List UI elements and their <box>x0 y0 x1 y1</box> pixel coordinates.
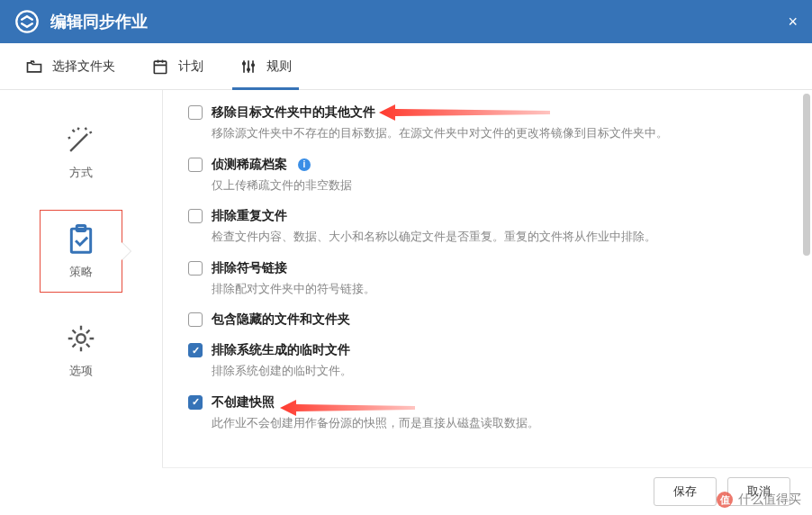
checkbox-dedup[interactable] <box>188 209 203 223</box>
checkbox-symlink[interactable] <box>188 261 203 276</box>
close-button[interactable]: × <box>788 13 798 32</box>
option-desc: 排除系统创建的临时文件。 <box>212 362 776 380</box>
folder-icon <box>25 58 43 76</box>
tab-label: 选择文件夹 <box>52 59 115 75</box>
option-symlink: 排除符号链接 排除配对文件夹中的符号链接。 <box>188 260 776 298</box>
sidebar-label: 选项 <box>69 363 93 379</box>
option-nosnapshot: 不创建快照 此作业不会创建用作备份源的快照，而是直接从磁盘读取数据。 <box>188 394 776 432</box>
sidebar-label: 策略 <box>69 264 93 280</box>
sidebar: 方式 策略 选项 <box>0 90 162 515</box>
option-tempfiles: 排除系统生成的临时文件 排除系统创建的临时文件。 <box>188 342 776 380</box>
option-desc: 移除源文件夹中不存在的目标数据。在源文件夹中对文件的更改将镜像到目标文件夹中。 <box>212 124 776 142</box>
option-hidden: 包含隐藏的文件和文件夹 <box>188 312 776 328</box>
option-remove-other: 移除目标文件夹中的其他文件 移除源文件夹中不存在的目标数据。在源文件夹中对文件的… <box>188 104 776 142</box>
tab-select-folder[interactable]: 选择文件夹 <box>22 43 119 90</box>
clipboard-check-icon <box>64 222 98 257</box>
titlebar: 编辑同步作业 × <box>0 0 812 43</box>
checkbox-remove-other[interactable] <box>188 105 203 120</box>
sidebar-label: 方式 <box>69 165 93 181</box>
sliders-icon <box>239 58 257 76</box>
checkbox-sparse[interactable] <box>188 158 203 172</box>
footer: 保存 取消 <box>162 467 812 515</box>
option-sparse: 侦测稀疏档案 i 仅上传稀疏文件的非空数据 <box>188 157 776 194</box>
option-label: 移除目标文件夹中的其他文件 <box>212 104 375 121</box>
option-desc: 检查文件内容、数据、大小和名称以确定文件是否重复。重复的文件将从作业中排除。 <box>212 228 776 246</box>
svg-rect-1 <box>154 61 166 73</box>
window-title: 编辑同步作业 <box>50 11 148 32</box>
svg-point-3 <box>248 68 250 71</box>
svg-point-0 <box>16 11 37 32</box>
gear-icon <box>64 321 98 356</box>
tab-label: 规则 <box>266 59 292 75</box>
save-button[interactable]: 保存 <box>654 477 717 506</box>
option-label: 不创建快照 <box>212 394 275 411</box>
tab-label: 计划 <box>178 59 203 75</box>
svg-rect-5 <box>71 229 90 252</box>
tab-schedule[interactable]: 计划 <box>148 43 207 90</box>
option-desc: 排除配对文件夹中的符号链接。 <box>212 280 776 298</box>
tab-rules[interactable]: 规则 <box>236 43 295 90</box>
checkbox-nosnapshot[interactable] <box>188 395 203 410</box>
svg-point-7 <box>77 334 86 343</box>
wand-icon <box>64 123 98 158</box>
option-label: 排除符号链接 <box>212 260 287 276</box>
option-label: 包含隐藏的文件和文件夹 <box>212 312 350 328</box>
sync-icon <box>14 9 40 34</box>
svg-point-2 <box>243 62 246 65</box>
option-label: 排除系统生成的临时文件 <box>212 342 350 358</box>
option-desc: 此作业不会创建用作备份源的快照，而是直接从磁盘读取数据。 <box>212 414 776 432</box>
checkbox-tempfiles[interactable] <box>188 343 203 357</box>
option-desc: 仅上传稀疏文件的非空数据 <box>212 176 776 194</box>
cancel-button[interactable]: 取消 <box>727 477 790 506</box>
info-icon[interactable]: i <box>298 158 311 171</box>
svg-point-4 <box>252 64 255 67</box>
option-label: 侦测稀疏档案 <box>212 157 287 173</box>
content-panel: 移除目标文件夹中的其他文件 移除源文件夹中不存在的目标数据。在源文件夹中对文件的… <box>162 90 812 515</box>
option-dedup: 排除重复文件 检查文件内容、数据、大小和名称以确定文件是否重复。重复的文件将从作… <box>188 208 776 246</box>
calendar-icon <box>151 58 169 76</box>
sidebar-item-strategy[interactable]: 策略 <box>41 211 122 292</box>
scrollbar-thumb[interactable] <box>803 94 810 256</box>
option-label: 排除重复文件 <box>212 208 287 224</box>
tabbar: 选择文件夹 计划 规则 <box>0 43 812 90</box>
sidebar-item-mode[interactable]: 方式 <box>41 112 122 193</box>
sidebar-item-options[interactable]: 选项 <box>41 310 122 391</box>
checkbox-hidden[interactable] <box>188 312 203 327</box>
